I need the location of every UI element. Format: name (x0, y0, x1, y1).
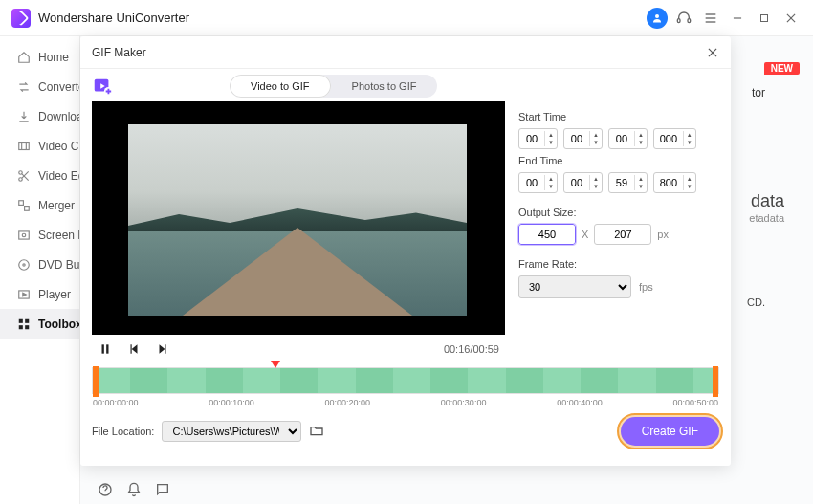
prev-frame-button[interactable] (126, 341, 142, 357)
open-folder-button[interactable] (309, 423, 326, 440)
timeline-track[interactable] (92, 367, 719, 394)
modal-close-button[interactable] (706, 46, 719, 59)
toolbox-icon (17, 318, 31, 331)
video-preview[interactable] (92, 101, 505, 335)
sidebar-item-toolbox[interactable]: Toolbox (0, 309, 79, 339)
start-hour-stepper[interactable]: ▲▼ (518, 128, 558, 149)
sidebar-item-converter[interactable]: Converter (0, 72, 79, 101)
tick-label: 00:00:10:00 (209, 398, 254, 407)
down-arrow-icon[interactable]: ▼ (545, 183, 557, 190)
merger-icon (17, 199, 31, 212)
svg-point-12 (19, 177, 23, 181)
down-arrow-icon[interactable]: ▼ (684, 183, 695, 190)
converter-icon (17, 80, 31, 94)
down-arrow-icon[interactable]: ▼ (545, 139, 557, 146)
end-sec-stepper[interactable]: ▲▼ (608, 172, 648, 193)
bg-text-fragment: etadata (749, 212, 784, 224)
end-ms-stepper[interactable]: ▲▼ (653, 172, 696, 193)
next-frame-button[interactable] (155, 341, 170, 357)
sidebar-item-home[interactable]: Home (0, 42, 79, 72)
down-arrow-icon[interactable]: ▼ (590, 183, 602, 190)
up-arrow-icon[interactable]: ▲ (545, 131, 557, 139)
svg-rect-14 (25, 206, 30, 210)
maximize-button[interactable] (754, 8, 775, 29)
bg-text-fragment: data (751, 191, 784, 211)
start-hour-input[interactable] (519, 133, 544, 144)
up-arrow-icon[interactable]: ▲ (684, 131, 695, 139)
fps-unit: fps (639, 281, 653, 293)
parameters-pane: Start Time ▲▼ ▲▼ ▲▼ ▲▼ End Time ▲▼ ▲▼ ▲▼… (518, 101, 719, 363)
feedback-icon[interactable] (155, 482, 170, 497)
app-title: Wondershare UniConverter (38, 11, 189, 25)
up-arrow-icon[interactable]: ▲ (590, 175, 602, 183)
end-min-stepper[interactable]: ▲▼ (563, 172, 603, 193)
svg-rect-2 (688, 18, 691, 22)
sidebar-item-recorder[interactable]: Screen Recorder (0, 220, 79, 250)
playhead-icon[interactable] (271, 361, 280, 368)
end-ms-input[interactable] (654, 177, 683, 188)
sidebar-item-merger[interactable]: Merger (0, 190, 79, 220)
trim-end-handle[interactable] (713, 366, 718, 397)
sidebar-item-downloader[interactable]: Downloader (0, 101, 79, 131)
create-gif-button[interactable]: Create GIF (621, 417, 719, 446)
file-location-select[interactable]: C:\Users\ws\Pictures\Wonders (162, 421, 301, 442)
svg-rect-29 (106, 344, 108, 353)
time-display: 00:16/00:59 (444, 343, 499, 355)
end-sec-input[interactable] (609, 177, 634, 188)
end-min-input[interactable] (564, 177, 589, 188)
sidebar-item-player[interactable]: Player (0, 279, 79, 309)
start-sec-input[interactable] (609, 133, 634, 144)
down-arrow-icon[interactable]: ▼ (635, 139, 647, 146)
sidebar-item-compressor[interactable]: Video Compressor (0, 131, 79, 161)
pause-button[interactable] (98, 341, 113, 357)
modal-title: GIF Maker (92, 46, 146, 59)
end-hour-stepper[interactable]: ▲▼ (518, 172, 558, 193)
menu-icon[interactable] (700, 8, 721, 29)
tick-label: 00:00:00:00 (93, 398, 139, 407)
scissors-icon (17, 169, 31, 183)
sidebar-item-label: Downloader (38, 110, 80, 123)
svg-rect-22 (19, 325, 23, 329)
svg-rect-21 (25, 318, 29, 322)
svg-rect-20 (19, 318, 23, 322)
start-min-input[interactable] (564, 133, 589, 144)
up-arrow-icon[interactable]: ▲ (590, 131, 602, 139)
frame-rate-select[interactable]: 30 (518, 275, 631, 298)
download-icon (17, 110, 31, 123)
down-arrow-icon[interactable]: ▼ (590, 139, 602, 146)
support-icon[interactable] (673, 8, 694, 29)
up-arrow-icon[interactable]: ▲ (545, 175, 557, 183)
bg-text-fragment: tor (752, 86, 765, 99)
sidebar-item-dvd[interactable]: DVD Burner (0, 250, 79, 279)
output-width-input[interactable] (518, 224, 576, 245)
trim-start-handle[interactable] (93, 366, 99, 397)
up-arrow-icon[interactable]: ▲ (635, 175, 647, 183)
up-arrow-icon[interactable]: ▲ (684, 175, 695, 183)
output-height-input[interactable] (594, 224, 651, 245)
down-arrow-icon[interactable]: ▼ (684, 139, 695, 146)
tick-label: 00:00:40:00 (557, 398, 603, 407)
account-avatar[interactable] (647, 8, 668, 29)
tab-photos-to-gif[interactable]: Photos to GIF (331, 75, 438, 98)
sidebar-item-label: Video Compressor (38, 140, 80, 153)
import-media-icon[interactable] (92, 76, 113, 97)
minimize-button[interactable] (727, 8, 748, 29)
tab-video-to-gif[interactable]: Video to GIF (230, 75, 331, 98)
svg-rect-7 (761, 14, 768, 21)
notifications-icon[interactable] (126, 482, 142, 497)
end-time-label: End Time (518, 155, 719, 166)
up-arrow-icon[interactable]: ▲ (635, 131, 647, 139)
down-arrow-icon[interactable]: ▼ (635, 183, 647, 190)
start-ms-stepper[interactable]: ▲▼ (653, 128, 696, 149)
help-icon[interactable] (98, 482, 113, 497)
tick-label: 00:00:50:00 (672, 398, 718, 407)
sidebar-item-label: Toolbox (38, 318, 80, 331)
close-button[interactable] (780, 8, 802, 29)
start-ms-input[interactable] (654, 133, 683, 144)
start-sec-stepper[interactable]: ▲▼ (608, 128, 648, 149)
sidebar-item-editor[interactable]: Video Editor (0, 161, 79, 190)
end-hour-input[interactable] (519, 177, 544, 188)
start-min-stepper[interactable]: ▲▼ (563, 128, 603, 149)
timeline-ticks: 00:00:00:00 00:00:10:00 00:00:20:00 00:0… (92, 398, 719, 407)
svg-point-0 (655, 14, 659, 18)
